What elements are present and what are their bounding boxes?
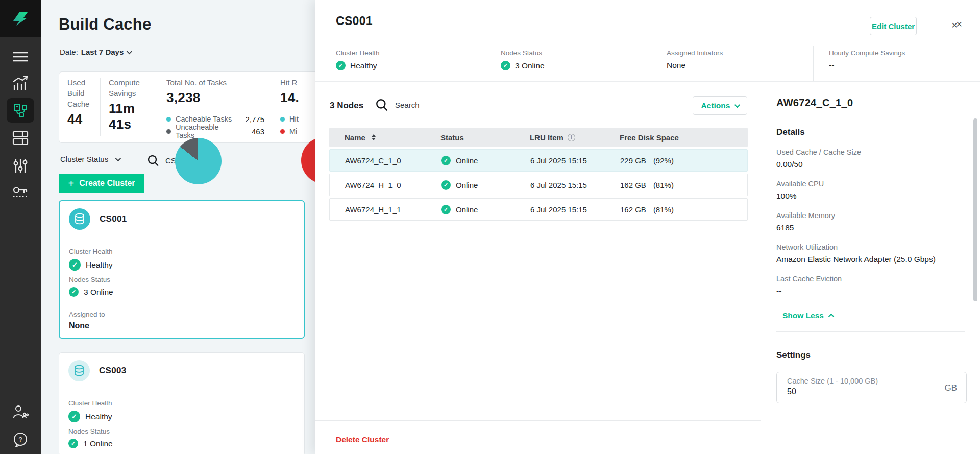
node-disk: 162 GB (81%) [607, 205, 740, 214]
summary-value: -- [829, 61, 834, 70]
column-header-disk: Free Disk Space [606, 133, 739, 142]
summary-hourly-compute-savings: Hourly Compute Savings -- [813, 46, 980, 81]
cluster-health-status: ✓ Healthy [68, 411, 295, 422]
stat-value: 14. [280, 90, 316, 106]
sidebar-item-build-cache[interactable] [7, 98, 34, 123]
status-text: Online [456, 181, 478, 189]
scrollbar-thumb[interactable] [973, 118, 977, 301]
field-value: 6185 [776, 223, 980, 232]
legend-label: Mi [289, 127, 297, 135]
check-icon: ✓ [441, 205, 451, 214]
show-less-link[interactable]: Show Less [782, 311, 980, 320]
edit-cluster-button[interactable]: Edit Cluster [870, 17, 917, 35]
legend-dot-teal [166, 117, 171, 122]
legend-item: Uncacheable Tasks 463 [166, 125, 264, 137]
node-detail-panel: AW6724_C_1_0 Details Used Cache / Cache … [761, 82, 980, 454]
summary-value: Healthy [350, 61, 377, 70]
node-lru: 6 Jul 2025 15:15 [516, 181, 607, 189]
close-icon[interactable]: × [956, 18, 962, 29]
summary-label: Cluster Health [336, 49, 485, 57]
summary-label: Nodes Status [501, 49, 651, 57]
details-heading: Details [776, 127, 980, 137]
build-cache-icon [13, 103, 28, 118]
info-icon[interactable]: i [568, 134, 575, 141]
chevron-down-icon [734, 102, 740, 107]
settings-heading: Settings [776, 350, 980, 361]
cluster-name: CS003 [99, 366, 126, 376]
column-header-lru: LRU Item i [516, 133, 606, 142]
sort-icon[interactable] [372, 134, 376, 140]
check-icon: ✓ [441, 156, 451, 165]
stat-value: 44 [67, 111, 93, 127]
cluster-card-cs001[interactable]: CS001 Cluster Health ✓ Healthy Nodes Sta… [59, 200, 305, 339]
node-disk: 162 GB (81%) [607, 181, 740, 189]
stat-label: Hit R [280, 77, 316, 88]
plus-icon: + [68, 178, 74, 188]
stat-label: Used Build Cache [67, 77, 94, 109]
column-label: Name [345, 133, 365, 142]
node-disk: 229 GB (92%) [607, 156, 740, 165]
legend-value: 2,775 [232, 115, 264, 124]
chevron-up-icon [828, 314, 834, 319]
column-header-name[interactable]: Name [329, 133, 426, 142]
node-lru: 6 Jul 2025 15:15 [516, 156, 607, 165]
help-icon[interactable]: ? [0, 432, 41, 447]
user-management-icon[interactable] [0, 404, 41, 420]
hamburger-menu-icon[interactable] [0, 51, 41, 62]
table-row-aw6724-h-1-0[interactable]: AW6724_H_1_0 ✓ Online 6 Jul 2025 15:15 1… [329, 174, 748, 196]
nodes-status-value: 1 Online [83, 439, 113, 448]
actions-label: Actions [701, 101, 730, 110]
node-status: ✓ Online [427, 205, 516, 214]
license-key-icon[interactable] [0, 185, 41, 199]
cluster-card-header: CS001 [60, 201, 304, 237]
node-name: AW6724_C_1_0 [330, 156, 427, 165]
app-logo[interactable] [0, 0, 41, 37]
dashboards-icon[interactable] [0, 131, 41, 145]
disk-percent: (81%) [653, 205, 674, 214]
stat-total-tasks: Total No. of Tasks 3,238 Cacheable Tasks… [158, 72, 272, 142]
search-icon [375, 98, 389, 112]
cache-size-label: Cache Size (1 - 10,000 GB) [787, 377, 958, 385]
cluster-card-cs003[interactable]: CS003 Cluster Health ✓ Healthy Nodes Sta… [59, 352, 305, 454]
nodes-status-value: 3 Online [84, 288, 113, 297]
delete-cluster-button[interactable]: Delete Cluster [336, 435, 389, 444]
nodes-table: Name Status LRU Item i Free Disk Space A… [329, 128, 748, 221]
table-row-aw6724-h-1-1[interactable]: AW6724_H_1_1 ✓ Online 6 Jul 2025 15:15 1… [329, 198, 748, 221]
settings-sliders-icon[interactable] [0, 158, 41, 174]
nodes-count: 3 Nodes [330, 101, 363, 111]
field-label: Used Cache / Cache Size [776, 148, 980, 156]
assigned-to-value: None [69, 321, 295, 330]
cluster-database-icon [69, 208, 90, 230]
disk-value: 229 GB [620, 156, 646, 165]
cluster-card-footer: Assigned to None [60, 304, 304, 338]
cluster-database-icon [68, 360, 90, 381]
detail-field-available-memory: Available Memory 6185 [776, 211, 980, 232]
legend-label: Cacheable Tasks [176, 115, 232, 123]
legend-dot-gray [166, 129, 171, 134]
node-status: ✓ Online [427, 156, 516, 165]
summary-value: 3 Online [515, 61, 545, 70]
analytics-icon[interactable] [0, 76, 41, 91]
date-filter[interactable]: Date: Last 7 Days [60, 47, 131, 56]
column-label: LRU Item [530, 133, 564, 142]
cluster-status-filter[interactable]: Cluster Status [60, 155, 119, 163]
actions-button[interactable]: Actions [693, 96, 747, 115]
incredibuild-logo-icon [9, 7, 32, 30]
nodes-status: ✓ 3 Online [69, 287, 295, 297]
column-label: Free Disk Space [620, 133, 679, 142]
legend-dot-teal [280, 117, 285, 122]
legend-value: 463 [238, 127, 264, 136]
cluster-health-value: Healthy [85, 412, 112, 421]
status-text: Online [456, 205, 478, 214]
assigned-to-label: Assigned to [69, 310, 295, 318]
legend-dot-red [280, 129, 285, 134]
cluster-title: CS001 [336, 14, 373, 28]
node-search-input[interactable] [395, 101, 487, 109]
table-row-aw6724-c-1-0[interactable]: AW6724_C_1_0 ✓ Online 6 Jul 2025 15:15 2… [329, 149, 748, 172]
create-cluster-button[interactable]: + Create Cluster [59, 174, 144, 193]
cache-size-value: 50 [787, 387, 958, 396]
field-value: Amazon Elastic Network Adapter (25.0 Gbp… [776, 255, 980, 264]
field-value: -- [776, 286, 980, 296]
cluster-card-header: CS003 [59, 353, 304, 389]
cache-size-field[interactable]: Cache Size (1 - 10,000 GB) 50 GB [776, 372, 967, 403]
